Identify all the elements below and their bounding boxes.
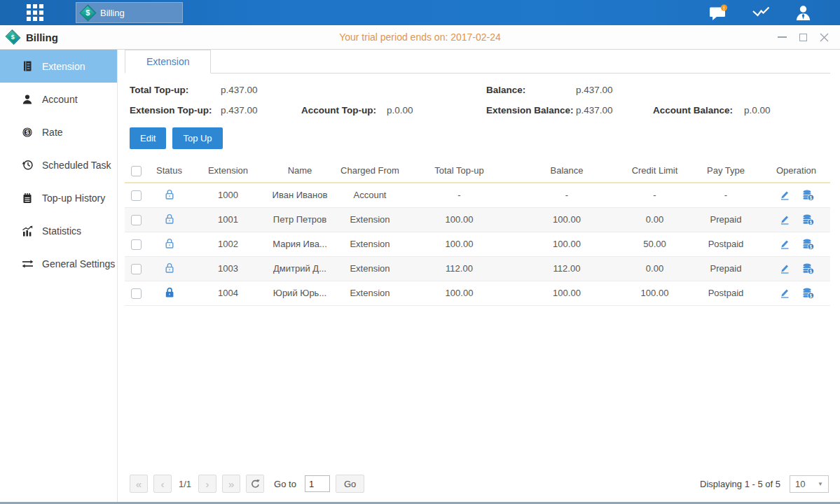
row-checkbox[interactable] <box>131 190 142 201</box>
top-up-extension-icon[interactable]: $ <box>802 239 814 250</box>
next-page-button[interactable]: › <box>198 475 216 493</box>
goto-page-input[interactable] <box>305 475 330 492</box>
account-menu-icon[interactable] <box>794 5 812 21</box>
trial-notice: Your trial period ends on: 2017-02-24 <box>0 31 840 43</box>
refresh-button[interactable] <box>246 475 264 493</box>
svg-text:$: $ <box>809 293 812 298</box>
window-titlebar: $ Billing Your trial period ends on: 201… <box>0 25 840 50</box>
main-content: Extension Total Top-up: p.437.00 Balance… <box>118 50 840 502</box>
prev-page-button[interactable]: ‹ <box>153 475 172 493</box>
edit-extension-icon[interactable] <box>779 190 790 201</box>
col-operation: Operation <box>762 159 830 183</box>
account-topup-label: Account Top-up: <box>301 105 387 115</box>
table-row: 1001 Петр Петров Extension 100.00 100.00… <box>125 207 830 232</box>
top-up-extension-icon[interactable]: $ <box>802 263 814 274</box>
general-settings-icon <box>21 259 34 269</box>
svg-text:$: $ <box>809 244 812 249</box>
taskbar-billing-tab[interactable]: $ Billing <box>76 2 183 23</box>
sidebar-item-general-settings[interactable]: General Settings <box>0 247 117 280</box>
col-total-topup: Total Top-up <box>405 159 514 183</box>
rate-icon: $ <box>21 127 34 138</box>
scheduled-task-icon <box>21 159 34 171</box>
extension-icon <box>21 60 34 72</box>
notifications-icon[interactable]: ! <box>709 4 728 22</box>
goto-label: Go to <box>274 479 296 489</box>
table-row: 1000 Иван Иванов Account - - - - <box>125 183 830 207</box>
unlocked-icon <box>164 213 175 225</box>
page-size-select[interactable]: 10 ▼ <box>790 475 829 493</box>
col-extension: Extension <box>191 159 265 183</box>
balance-summary: Total Top-up: p.437.00 Balance: p.437.00… <box>125 74 830 115</box>
extension-topup-value: p.437.00 <box>221 105 301 115</box>
minimize-button[interactable] <box>777 32 787 42</box>
select-all-checkbox[interactable] <box>131 166 142 176</box>
table-row: 1004 Юрий Юрь... Extension 100.00 100.00… <box>125 281 830 305</box>
row-checkbox[interactable] <box>131 264 142 274</box>
sidebar-item-topup-history[interactable]: Top-up History <box>0 181 117 214</box>
svg-text:!: ! <box>723 5 724 10</box>
edit-extension-icon[interactable] <box>779 239 790 250</box>
app-grid-icon[interactable] <box>27 4 43 21</box>
sidebar-item-label: Rate <box>42 127 63 138</box>
tab-extension[interactable]: Extension <box>125 50 211 74</box>
balance-value: p.437.00 <box>576 85 653 95</box>
chevron-down-icon: ▼ <box>818 481 823 487</box>
lock-status-icon[interactable] <box>164 265 175 276</box>
col-pay-type: Pay Type <box>689 159 762 183</box>
first-page-button[interactable]: « <box>130 475 148 493</box>
balance-label: Balance: <box>486 85 576 95</box>
lock-status-icon[interactable] <box>164 192 175 202</box>
account-topup-value: p.0.00 <box>387 105 486 115</box>
lock-status-icon[interactable] <box>164 290 175 300</box>
row-checkbox[interactable] <box>131 239 142 250</box>
sidebar-item-label: Extension <box>42 61 85 72</box>
taskbar-tab-label: Billing <box>100 8 125 18</box>
maximize-button[interactable] <box>798 32 808 42</box>
top-up-extension-icon[interactable]: $ <box>802 288 814 299</box>
edit-extension-icon[interactable] <box>779 263 790 274</box>
statistics-icon <box>21 225 34 237</box>
sidebar-item-label: Account <box>42 94 78 105</box>
sidebar-item-extension[interactable]: Extension <box>0 50 117 83</box>
sidebar-item-account[interactable]: Account <box>0 83 117 115</box>
account-balance-label: Account Balance: <box>653 105 744 115</box>
row-checkbox[interactable] <box>131 215 142 225</box>
resource-monitor-icon[interactable] <box>752 5 771 21</box>
total-topup-label: Total Top-up: <box>130 85 221 95</box>
top-up-extension-icon[interactable]: $ <box>802 214 814 225</box>
billing-title-icon: $ <box>6 29 21 45</box>
row-checkbox[interactable] <box>131 288 142 299</box>
sidebar-nav: Extension Account $ <box>0 50 118 502</box>
sidebar-item-statistics[interactable]: Statistics <box>0 214 117 247</box>
tabstrip: Extension <box>125 50 830 74</box>
table-row: 1003 Дмитрий Д... Extension 112.00 112.0… <box>125 256 830 281</box>
edit-extension-icon[interactable] <box>779 288 790 299</box>
sidebar-item-label: Statistics <box>42 225 81 237</box>
sidebar-item-rate[interactable]: $ Rate <box>0 115 117 148</box>
top-up-extension-icon[interactable]: $ <box>802 190 814 201</box>
unlocked-icon <box>164 262 175 274</box>
page-indicator: 1/1 <box>179 479 191 489</box>
sidebar-item-label: General Settings <box>42 258 115 270</box>
svg-text:$: $ <box>809 195 812 200</box>
close-button[interactable] <box>819 32 829 42</box>
edit-extension-icon[interactable] <box>779 214 790 225</box>
window-title: Billing <box>26 31 58 43</box>
unlocked-icon <box>164 237 175 249</box>
col-balance: Balance <box>514 159 620 183</box>
sidebar-item-scheduled-task[interactable]: Scheduled Task <box>0 148 117 181</box>
lock-status-icon[interactable] <box>164 216 175 227</box>
extension-balance-value: p.437.00 <box>576 105 653 115</box>
table-row: 1002 Мария Ива... Extension 100.00 100.0… <box>125 232 830 256</box>
lock-status-icon[interactable] <box>164 241 175 251</box>
extensions-table: Status Extension Name Charged From Total… <box>125 159 830 306</box>
sidebar-item-label: Scheduled Task <box>42 160 111 171</box>
locked-icon <box>164 286 175 298</box>
edit-button[interactable]: Edit <box>130 127 166 149</box>
top-up-button[interactable]: Top Up <box>172 127 222 149</box>
last-page-button[interactable]: » <box>222 475 240 493</box>
col-name: Name <box>265 159 335 183</box>
total-topup-value: p.437.00 <box>221 85 301 95</box>
go-button[interactable]: Go <box>336 475 364 493</box>
col-status: Status <box>147 159 191 183</box>
